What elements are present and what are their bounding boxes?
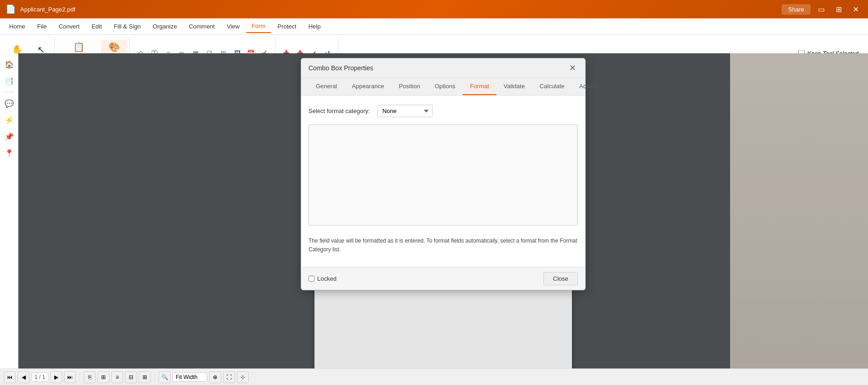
run-form-icon: 📋	[73, 41, 85, 52]
format-category-row: Select format category: None Number Perc…	[308, 105, 578, 117]
minimize-button[interactable]: ▭	[814, 3, 828, 16]
tab-appearance[interactable]: Appearance	[344, 78, 391, 95]
menu-organize[interactable]: Organize	[147, 20, 183, 33]
sidebar-item-pages[interactable]: 📑	[2, 74, 17, 88]
split-view-button[interactable]: ⊞	[139, 371, 151, 383]
dialog-title: Combo Box Properties	[308, 64, 373, 72]
sidebar-item-home[interactable]: 🏠	[2, 57, 17, 72]
copy-page-button[interactable]: ⎘	[84, 371, 96, 383]
tab-validate[interactable]: Validate	[497, 78, 532, 95]
tab-general[interactable]: General	[308, 78, 344, 95]
menu-view[interactable]: View	[221, 20, 245, 33]
main-area: • Bachelor's Degree in Marketing... • 6+…	[18, 53, 868, 368]
locked-row: Locked	[308, 275, 337, 282]
maximize-button[interactable]: ⊞	[832, 3, 845, 16]
tab-format[interactable]: Format	[463, 78, 496, 95]
status-sep-1	[80, 373, 80, 382]
combo-box-properties-dialog: Combo Box Properties ✕ General Appearanc…	[301, 58, 586, 290]
insert-page-button[interactable]: ⊞	[97, 371, 109, 383]
format-category-select[interactable]: None Number Percentage Date Time Special…	[377, 105, 433, 117]
menu-form[interactable]: Form	[246, 20, 271, 33]
locked-checkbox[interactable]	[308, 276, 314, 282]
share-button[interactable]: Share	[782, 4, 811, 15]
close-button[interactable]: Close	[543, 272, 578, 285]
grid-view-button[interactable]: ⊟	[125, 371, 137, 383]
designer-icon: 🎨	[108, 41, 120, 52]
tab-actions[interactable]: Actions	[572, 78, 606, 95]
dialog-close-button[interactable]: ✕	[567, 63, 578, 73]
title-bar-actions: Share ▭ ⊞ ✕	[782, 3, 862, 16]
dialog-content: Select format category: None Number Perc…	[301, 96, 585, 267]
menu-edit[interactable]: Edit	[86, 20, 107, 33]
nav-first-button[interactable]: ⏮	[4, 371, 16, 383]
zoom-out-button[interactable]: 🔍	[159, 371, 171, 383]
locked-label: Locked	[317, 275, 337, 282]
sidebar-divider-1	[4, 92, 15, 92]
format-description: The field value will be formatted as it …	[308, 233, 578, 258]
sidebar-item-location[interactable]: 📍	[2, 146, 17, 160]
nav-prev-button[interactable]: ◀	[17, 371, 29, 383]
left-sidebar: 🏠 📑 💬 ⚡ 📌 📍	[0, 53, 18, 368]
status-bar: ⏮ ◀ 1 / 1 ▶ ⏭ ⎘ ⊞ ≡ ⊟ ⊞ 🔍 Fit Width Fit …	[0, 368, 868, 385]
tab-options[interactable]: Options	[428, 78, 463, 95]
menu-help[interactable]: Help	[303, 20, 326, 33]
sidebar-item-comments[interactable]: 💬	[2, 96, 17, 111]
format-preview-area	[308, 125, 578, 226]
close-window-button[interactable]: ✕	[849, 3, 862, 16]
app-icon: 📄	[6, 4, 16, 14]
menu-fill-sign[interactable]: Fill & Sign	[108, 20, 147, 33]
page-indicator: 1 / 1	[31, 373, 48, 382]
menu-convert[interactable]: Convert	[53, 20, 86, 33]
zoom-select[interactable]: Fit Width Fit Page 50% 75% 100% 125% 150…	[172, 373, 207, 382]
dialog-footer: Locked Close	[301, 267, 585, 290]
dialog-tabs: General Appearance Position Options Form…	[301, 78, 585, 96]
tab-calculate[interactable]: Calculate	[532, 78, 572, 95]
format-category-label: Select format category:	[308, 108, 370, 114]
menu-comment[interactable]: Comment	[183, 20, 220, 33]
menu-bar: Home File Convert Edit Fill & Sign Organ…	[0, 18, 868, 35]
nav-last-button[interactable]: ⏭	[64, 371, 76, 383]
dialog-overlay: Combo Box Properties ✕ General Appearanc…	[18, 53, 868, 368]
status-sep-2	[154, 373, 155, 382]
tab-position[interactable]: Position	[391, 78, 427, 95]
list-view-button[interactable]: ≡	[111, 371, 123, 383]
fullscreen-button[interactable]: ⛶	[223, 371, 235, 383]
zoom-in-button[interactable]: ⊕	[209, 371, 221, 383]
filename: Applicant_Page2.pdf	[20, 6, 777, 13]
menu-home[interactable]: Home	[4, 20, 31, 33]
sidebar-item-actions[interactable]: ⚡	[2, 113, 17, 127]
menu-file[interactable]: File	[32, 20, 52, 33]
dialog-titlebar: Combo Box Properties ✕	[301, 58, 585, 78]
nav-next-button[interactable]: ▶	[50, 371, 62, 383]
menu-protect[interactable]: Protect	[272, 20, 302, 33]
fit-button[interactable]: ⊹	[237, 371, 249, 383]
sidebar-item-bookmarks[interactable]: 📌	[2, 129, 17, 144]
title-bar: 📄 Applicant_Page2.pdf Share ▭ ⊞ ✕	[0, 0, 868, 18]
